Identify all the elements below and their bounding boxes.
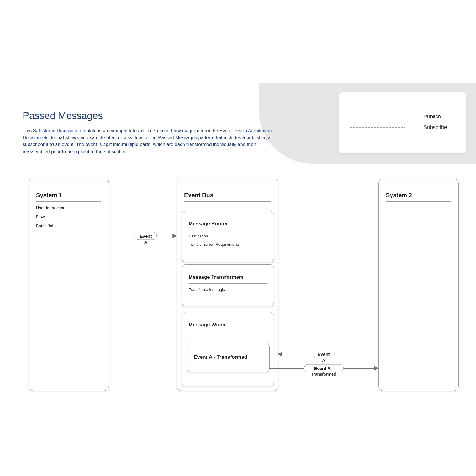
event-a-subscribe-sub: A bbox=[322, 358, 325, 363]
box-title-writer: Message Writer bbox=[189, 322, 226, 328]
box-divider bbox=[189, 283, 267, 284]
box-message-router: Message Router Destination Transformatio… bbox=[182, 211, 274, 262]
lane-title-system-2: System 2 bbox=[386, 192, 412, 199]
event-a-sub: A bbox=[144, 240, 147, 245]
desc-text: that shows an example of a process flow … bbox=[23, 135, 271, 154]
desc-text: template is an example Interaction Proce… bbox=[77, 128, 219, 133]
box-divider bbox=[189, 230, 267, 230]
lane-divider bbox=[36, 201, 101, 202]
legend-card: Publish Subscribe bbox=[339, 92, 466, 153]
router-item: Transformation Requirements bbox=[189, 242, 239, 247]
system1-item: Batch Job bbox=[36, 223, 54, 228]
transformers-item: Transformation Logic bbox=[189, 287, 225, 292]
box-divider bbox=[189, 331, 267, 331]
lane-system-2: System 2 bbox=[378, 178, 459, 391]
system1-item: Flow bbox=[36, 214, 45, 219]
event-transformed-title: Event A - Transformed bbox=[194, 354, 247, 360]
system1-item: User Interaction bbox=[36, 206, 65, 210]
legend-publish-line bbox=[350, 117, 405, 117]
event-a-subscribe-pill: Event bbox=[313, 350, 335, 358]
event-a-transformed-sub: Transformed bbox=[311, 372, 336, 377]
box-message-writer: Message Writer Event A - Transformed bbox=[182, 312, 274, 386]
lane-title-event-bus: Event Bus bbox=[184, 192, 213, 199]
lane-system-1: System 1 User Interaction Flow Batch Job bbox=[29, 178, 109, 391]
desc-text: This bbox=[23, 128, 33, 133]
box-event-a-transformed: Event A - Transformed bbox=[187, 343, 270, 372]
lane-title-system-1: System 1 bbox=[36, 192, 62, 199]
page-description: This Salesforce Diagrams template is an … bbox=[23, 127, 275, 155]
lane-divider bbox=[386, 201, 451, 202]
box-divider bbox=[194, 363, 263, 363]
lane-event-bus: Event Bus Message Router Destination Tra… bbox=[177, 178, 278, 391]
router-item: Destination bbox=[189, 234, 208, 238]
box-message-transformers: Message Transformers Transformation Logi… bbox=[182, 264, 274, 306]
link-salesforce-diagrams[interactable]: Salesforce Diagrams bbox=[33, 128, 77, 133]
box-title-transformers: Message Transformers bbox=[189, 274, 244, 280]
event-a-pill: Event bbox=[135, 232, 157, 240]
legend-subscribe-line bbox=[350, 127, 405, 128]
lane-divider bbox=[184, 201, 271, 202]
box-title-router: Message Router bbox=[189, 221, 228, 227]
legend-publish-label: Publish bbox=[423, 114, 441, 120]
event-a-transformed-pill: Event A - bbox=[304, 364, 344, 372]
legend-subscribe-label: Subscribe bbox=[423, 124, 447, 131]
page-title: Passed Messages bbox=[23, 110, 103, 121]
